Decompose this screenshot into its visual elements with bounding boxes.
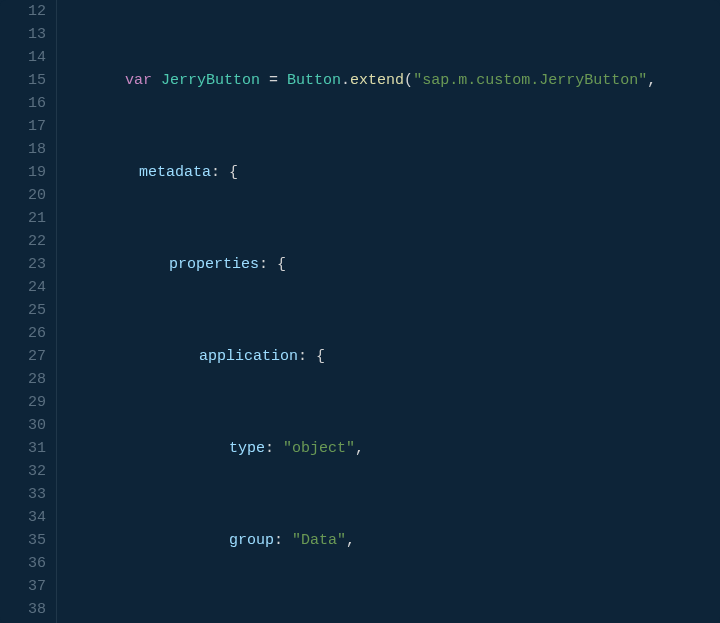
code-line: application: {: [67, 345, 656, 368]
line-number: 30: [0, 414, 46, 437]
line-number: 19: [0, 161, 46, 184]
line-number: 22: [0, 230, 46, 253]
code-line: metadata: {: [67, 161, 656, 184]
line-number: 26: [0, 322, 46, 345]
line-number: 31: [0, 437, 46, 460]
code-line: var JerryButton = Button.extend("sap.m.c…: [67, 69, 656, 92]
code-editor: 12 13 14 15 16 17 18 19 20 21 22 23 24 2…: [0, 0, 720, 623]
line-number: 28: [0, 368, 46, 391]
line-number: 12: [0, 0, 46, 23]
line-number-gutter: 12 13 14 15 16 17 18 19 20 21 22 23 24 2…: [0, 0, 57, 623]
line-number: 16: [0, 92, 46, 115]
line-number: 33: [0, 483, 46, 506]
line-number: 29: [0, 391, 46, 414]
line-number: 17: [0, 115, 46, 138]
code-line: type: "object",: [67, 437, 656, 460]
line-number: 15: [0, 69, 46, 92]
line-number: 20: [0, 184, 46, 207]
line-number: 23: [0, 253, 46, 276]
line-number: 25: [0, 299, 46, 322]
line-number: 35: [0, 529, 46, 552]
line-number: 36: [0, 552, 46, 575]
line-number: 32: [0, 460, 46, 483]
line-number: 27: [0, 345, 46, 368]
line-number: 34: [0, 506, 46, 529]
code-line: group: "Data",: [67, 529, 656, 552]
code-area[interactable]: var JerryButton = Button.extend("sap.m.c…: [57, 0, 656, 623]
line-number: 14: [0, 46, 46, 69]
line-number: 18: [0, 138, 46, 161]
line-number: 13: [0, 23, 46, 46]
line-number: 38: [0, 598, 46, 621]
code-line: properties: {: [67, 253, 656, 276]
line-number: 24: [0, 276, 46, 299]
line-number: 37: [0, 575, 46, 598]
line-number: 21: [0, 207, 46, 230]
